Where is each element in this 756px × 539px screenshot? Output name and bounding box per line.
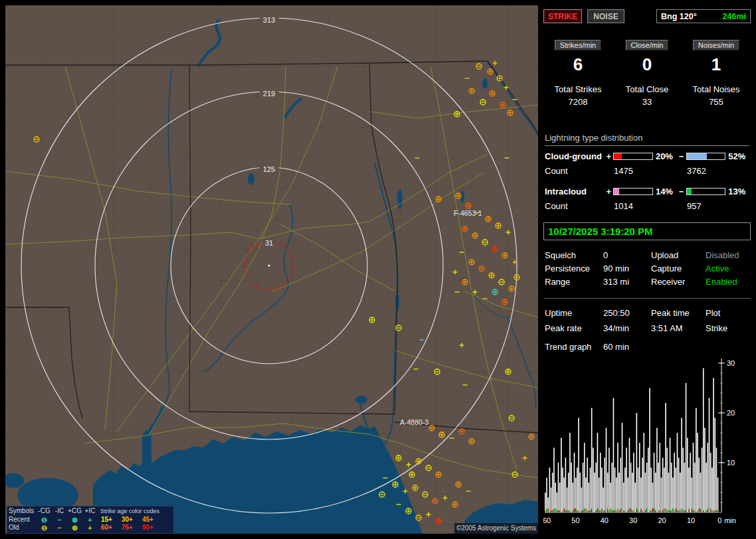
strike-rate-bar bbox=[567, 488, 568, 513]
strike-rate-bar bbox=[569, 433, 571, 512]
close-rate-bar bbox=[563, 510, 563, 512]
strike-rate-bar bbox=[711, 468, 713, 513]
close-rate-bar bbox=[548, 508, 549, 512]
legend-symbols-title: Symbols bbox=[9, 507, 37, 515]
noise-indicator-button[interactable]: NOISE bbox=[587, 9, 624, 23]
close-rate-bar bbox=[662, 510, 663, 512]
ic-count-label: Count bbox=[545, 201, 614, 211]
noise-rate-bar bbox=[559, 510, 561, 512]
noises-per-min-chip[interactable]: Noises/min bbox=[693, 40, 739, 50]
strike-legend: Symbols -CG -IC +CG +IC Strike age color… bbox=[7, 506, 174, 534]
strike-rate-bar bbox=[590, 468, 591, 513]
strike-rate-bar bbox=[702, 448, 703, 513]
close-per-min-chip[interactable]: Close/min bbox=[626, 40, 669, 50]
receiver-status: Enabled bbox=[706, 277, 751, 287]
strike-rate-bar bbox=[714, 418, 715, 513]
y-tick-label: 10 bbox=[727, 459, 735, 467]
noises-per-min-value: 1 bbox=[682, 54, 751, 75]
noise-rate-bar bbox=[697, 510, 698, 512]
strikes-per-min-value: 6 bbox=[543, 54, 613, 75]
strike-rate-bar bbox=[698, 458, 700, 513]
legend-strike-symbol: ⊕ bbox=[67, 516, 82, 524]
x-tick-label: 50 bbox=[571, 516, 579, 524]
close-rate-bar bbox=[699, 508, 700, 512]
strike-rate-bar bbox=[568, 473, 569, 512]
close-rate-bar bbox=[620, 510, 621, 512]
upload-status: Disabled bbox=[706, 250, 751, 260]
noise-rate-bar bbox=[614, 510, 616, 512]
strike-rate-bar bbox=[654, 453, 655, 512]
close-rate-bar bbox=[600, 510, 601, 512]
trend-graph-label: Trend graph bbox=[545, 342, 603, 352]
strike-rate-bar bbox=[595, 463, 597, 512]
strike-rate-bar bbox=[622, 423, 623, 512]
noise-rate-bar bbox=[677, 510, 678, 512]
datetime-readout: 10/27/2025 3:19:20 PM bbox=[543, 222, 751, 240]
noise-rate-bar bbox=[665, 508, 666, 512]
strike-indicator-button[interactable]: STRIKE bbox=[543, 9, 582, 23]
close-rate-bar bbox=[652, 508, 653, 512]
cloud-ground-row: Cloud-ground + 20% − 52% bbox=[545, 151, 749, 161]
noises-rate-column: Noises/min 1 Total Noises 755 bbox=[682, 40, 751, 107]
close-rate-bar bbox=[570, 510, 571, 512]
legend-strike-symbol: ⊖ bbox=[37, 524, 52, 532]
noise-rate-bar bbox=[646, 508, 648, 512]
close-rate-bar bbox=[700, 510, 701, 512]
close-rate-bar bbox=[628, 510, 628, 512]
close-rate-bar bbox=[589, 510, 589, 512]
strike-rate-bar bbox=[599, 478, 600, 513]
x-tick-label: 0 bbox=[717, 516, 721, 524]
strike-rate-bar bbox=[690, 453, 691, 512]
upload-label: Upload bbox=[651, 250, 706, 260]
close-rate-bar bbox=[616, 510, 616, 512]
strike-rate-bar bbox=[696, 408, 697, 513]
trend-header: Trend graph 60 min bbox=[545, 342, 691, 352]
cg-negative-count: 3762 bbox=[687, 166, 706, 176]
strike-rate-bar bbox=[545, 493, 546, 512]
strike-rate-bar bbox=[616, 478, 617, 513]
legend-age-code: 30+ bbox=[118, 516, 139, 524]
strike-rate-bar bbox=[553, 448, 555, 513]
close-rate-bar bbox=[591, 510, 592, 512]
close-rate-bar bbox=[583, 510, 583, 512]
strike-rate-bar bbox=[684, 463, 686, 512]
noise-rate-bar bbox=[623, 510, 624, 512]
close-rate-column: Close/min 0 Total Close 33 bbox=[613, 40, 682, 107]
cg-positive-pct: 20% bbox=[653, 151, 677, 161]
strike-rate-bar bbox=[708, 443, 709, 512]
strike-rate-bar bbox=[688, 468, 690, 513]
strike-rate-bar bbox=[600, 453, 601, 512]
strike-rate-bar bbox=[607, 473, 609, 512]
total-strikes-label: Total Strikes bbox=[543, 84, 613, 94]
legend-strike-symbol: ⊕ bbox=[67, 524, 82, 532]
ring-distance-label: 31 bbox=[265, 239, 273, 247]
strike-rate-bar bbox=[589, 483, 590, 512]
map-canvas[interactable]: 31321912531 F-4653-1A-4880-3 bbox=[5, 5, 538, 534]
strike-rate-bar bbox=[624, 468, 626, 513]
strike-rate-bar bbox=[706, 463, 707, 512]
strike-rate-bar bbox=[627, 478, 628, 513]
control-panel: STRIKE NOISE Bng 120° 246mi Strikes/min … bbox=[543, 5, 751, 534]
strike-rate-bar bbox=[636, 413, 638, 512]
distribution-section: Lightning type distribution Cloud-ground… bbox=[545, 133, 749, 211]
strike-rate-bar bbox=[623, 483, 624, 512]
strike-rate-bar bbox=[583, 463, 584, 512]
strike-rate-bar bbox=[585, 478, 587, 513]
plus-sign: + bbox=[604, 151, 613, 161]
settings-row: Persistence 90 min Capture Active bbox=[545, 262, 751, 275]
strike-rate-bar bbox=[601, 468, 603, 513]
status-row: Peak rate 34/min 3:51 AM Strike bbox=[545, 321, 751, 336]
close-rate-bar bbox=[641, 508, 642, 512]
strike-rate-bar bbox=[692, 478, 693, 513]
minus-sign: − bbox=[677, 151, 686, 161]
legend-age-code: 60+ bbox=[98, 524, 118, 532]
noise-rate-bar bbox=[572, 510, 573, 512]
strike-rate-bar bbox=[694, 463, 696, 512]
strike-rate-bar bbox=[581, 488, 583, 513]
strikes-per-min-chip[interactable]: Strikes/min bbox=[555, 40, 601, 50]
y-tick-label: 30 bbox=[727, 359, 735, 367]
range-value: 313 mi bbox=[603, 277, 651, 287]
noise-rate-bar bbox=[693, 510, 694, 512]
strike-rate-bar bbox=[643, 433, 644, 512]
total-strikes-value: 7208 bbox=[543, 97, 613, 107]
